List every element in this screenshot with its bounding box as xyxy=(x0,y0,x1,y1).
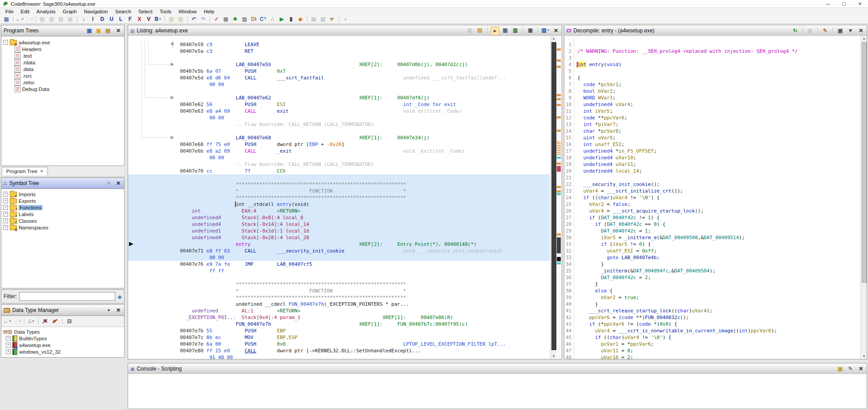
listing-line[interactable]: ****************************************… xyxy=(128,294,550,301)
decompile-line[interactable]: 13 int *piVar7; xyxy=(566,121,860,128)
listing-line[interactable]: 00407e7c 8b ec MOV EBP,ESP xyxy=(128,334,550,341)
close-icon[interactable]: ✕ xyxy=(115,28,122,34)
menu-item-tools[interactable]: Tools xyxy=(156,9,175,14)
dtm-item-a4wsetupexe[interactable]: +◉a4wsetup.exe xyxy=(1,342,124,348)
tree-root-a4wsetup[interactable]: −➤a4wsetup.exe xyxy=(1,39,124,46)
dtm-item-windowsvs1232[interactable]: +windows_vs12_32 xyxy=(1,348,124,355)
listing-line[interactable]: 00407e63 e8 a4 09 CALL exit void exit(in… xyxy=(128,108,550,114)
scroll-up-icon[interactable]: ▲ xyxy=(861,36,867,41)
close-icon[interactable]: ✕ xyxy=(857,366,864,372)
call-graph-icon[interactable]: ∴ xyxy=(268,16,277,23)
decompile-line[interactable]: 27 if (DAT_0040f42c != 1) { xyxy=(566,214,860,221)
decompile-body[interactable]: 1 2 /* WARNING: Function: __SEH_prolog4 … xyxy=(564,36,867,359)
refresh-icon[interactable]: ↻ xyxy=(791,27,799,35)
listing-line[interactable]: 00 00 xyxy=(128,81,550,88)
maximize-button[interactable]: ▢ xyxy=(836,0,852,8)
listing-line[interactable]: 00407e5a c3 RET xyxy=(128,48,550,55)
marker[interactable] xyxy=(557,116,561,118)
tree-item-data[interactable]: .data xyxy=(1,66,124,72)
close-icon[interactable]: ✕ xyxy=(115,180,122,186)
dtm-item-builtintypes[interactable]: +BuiltInTypes xyxy=(1,335,124,342)
decompile-line[interactable]: 44 uVar4 = ___scrt_is_nonwritable_in_cur… xyxy=(566,327,860,334)
listing-line[interactable]: _EXCEPTION_POI... Stack[0x4]:4 param_1 X… xyxy=(128,314,550,321)
function-graph-icon[interactable]: ▮ xyxy=(287,16,295,23)
decompile-line[interactable]: 6 { xyxy=(566,75,860,81)
save-icon[interactable]: ▦ xyxy=(2,16,11,23)
nav-instruction-icon[interactable]: I xyxy=(89,16,97,23)
decompile-line[interactable]: 10 undefined4 uVar4; xyxy=(566,101,860,108)
symbol-tree-item-exports[interactable]: +Exports xyxy=(1,197,124,204)
save-tree-icon[interactable]: ▤ xyxy=(104,27,112,35)
table-chart-icon[interactable]: ▦ xyxy=(319,16,327,23)
copy-special-icon[interactable]: ▤ xyxy=(38,16,47,23)
close-icon[interactable]: ✕ xyxy=(857,28,864,34)
nav-bookmark-icon[interactable]: B▼ xyxy=(154,16,162,23)
menu-item-file[interactable]: File xyxy=(2,9,17,14)
decompile-line[interactable]: 41 ___scrt_release_startup_lock((char)uV… xyxy=(566,308,860,314)
listing-line[interactable]: undefined4 Stack[-0x8]:4 local_8 xyxy=(128,214,550,221)
cursor-location-icon[interactable]: ▸ xyxy=(491,27,499,35)
decompile-line[interactable]: 16 int unaff_ESI; xyxy=(566,141,860,148)
decompile-line[interactable]: 35 _initterm(&DAT_004094fc,&DAT_00409504… xyxy=(566,268,860,274)
forward-icon[interactable]: →▼ xyxy=(25,16,33,23)
listing-line[interactable]: 00 00 xyxy=(128,114,550,121)
listing-line[interactable]: 00407e5d e8 d6 04 CALL ___scrt_fastfail … xyxy=(128,75,550,81)
forward-icon[interactable]: →▼ xyxy=(13,318,21,325)
decompile-line[interactable]: 29 DAT_0040f42c = 1; xyxy=(566,228,860,234)
decompile-line[interactable]: 46 pcVar1 = *ppcVar6; xyxy=(566,341,860,347)
decompile-line[interactable]: 19 undefined4 uVar11; xyxy=(566,161,860,168)
close-tab-icon[interactable]: ✕ xyxy=(40,169,43,173)
symbol-tree-item-classes[interactable]: +CClasses xyxy=(1,217,124,224)
decompile-line[interactable]: 4 int entry(void) xyxy=(566,61,860,68)
marker[interactable] xyxy=(557,193,561,195)
menu-item-window[interactable]: Window xyxy=(175,9,200,14)
listing-line[interactable]: LAB_00407e62 XREF[1]: 00407df6(j) xyxy=(128,95,550,101)
clear-console-icon[interactable]: ✎ xyxy=(846,365,855,373)
marker[interactable] xyxy=(557,157,561,159)
listing-line[interactable]: ****************************************… xyxy=(128,281,550,288)
tab-program-tree[interactable]: Program Tree ✕ xyxy=(2,167,48,175)
listing-marker-margin[interactable] xyxy=(556,36,562,359)
marker[interactable] xyxy=(557,48,561,51)
close-button[interactable]: ✕ xyxy=(852,0,868,8)
expand-icon[interactable]: + xyxy=(3,225,8,230)
decompile-line[interactable]: 31 if (iVar5 != 0) { xyxy=(566,241,860,248)
listing-line[interactable]: 00407e62 56 PUSH ESI int _Code for exit xyxy=(128,101,550,108)
redo-icon[interactable]: ↷ xyxy=(199,16,207,23)
listing-line[interactable]: undefined4 Stack[-0x14]:4 local_14 xyxy=(128,221,550,228)
listing-line[interactable]: 00 00 xyxy=(128,254,550,261)
new-tree-icon[interactable]: ▦ xyxy=(85,27,94,35)
in-function-icon[interactable]: ▧ xyxy=(167,16,176,23)
expand-icon[interactable]: + xyxy=(6,349,11,354)
marker[interactable] xyxy=(557,59,561,62)
decompile-line[interactable]: 5 xyxy=(566,68,860,75)
undo-icon[interactable]: ↶ xyxy=(190,16,198,23)
disable-pointer-icon[interactable]: ☛ xyxy=(51,318,59,325)
menu-item-analysis[interactable]: Analysis xyxy=(33,9,59,14)
decompile-line[interactable]: 23 uVar4 = ___scrt_initialize_crt(1); xyxy=(566,188,860,194)
symbol-tree-item-imports[interactable]: +◄Imports xyxy=(1,191,124,197)
nav-non-function-icon[interactable]: X xyxy=(135,16,144,23)
decompile-line[interactable]: 18 undefined4 uVar10; xyxy=(566,154,860,161)
listing-line[interactable]: 00407e7e 6a 00 PUSH 0x0 LPTOP_LEVEL_EXCE… xyxy=(128,341,550,347)
decompile-line[interactable]: 42 ppcVar6 = (code **)FUN_0040832c(); xyxy=(566,314,860,321)
listing-line[interactable]: int __stdcall entry(void) xyxy=(128,201,550,208)
menu-item-graph[interactable]: Graph xyxy=(59,9,80,14)
filter-input[interactable] xyxy=(19,292,115,301)
paste-icon[interactable]: ▤ xyxy=(476,27,484,34)
listing-line[interactable]: ****************************************… xyxy=(128,194,550,201)
nav-next-instruction-icon[interactable]: ↓ xyxy=(79,16,88,23)
diff-view-icon[interactable]: ▧ xyxy=(511,27,520,34)
listing-body[interactable]: 00407e59 c9 LEAVE00407e5a c3 RET LAB_004… xyxy=(128,36,562,359)
listing-line[interactable]: int EAX:4 <RETURN> xyxy=(128,208,550,214)
decompile-line[interactable]: 1 xyxy=(566,41,860,48)
decompile-line[interactable]: 48 uVar10 = 2; xyxy=(566,354,860,359)
marker[interactable] xyxy=(557,233,561,236)
decompile-line[interactable]: 38 else { xyxy=(566,288,860,294)
open-tree-icon[interactable]: ▣ xyxy=(94,27,103,35)
listing-line[interactable]: 00407e5b 6a 07 PUSH 0x7 xyxy=(128,68,550,75)
listing-line[interactable]: 00407e59 c9 LEAVE xyxy=(128,41,550,48)
decompile-line[interactable]: 36 DAT_0040f42c = 2; xyxy=(566,274,860,281)
listing-line[interactable]: undefined1 Stack[-0x1d]:1 local_1d xyxy=(128,228,550,234)
decompile-line[interactable]: 34 } xyxy=(566,261,860,268)
